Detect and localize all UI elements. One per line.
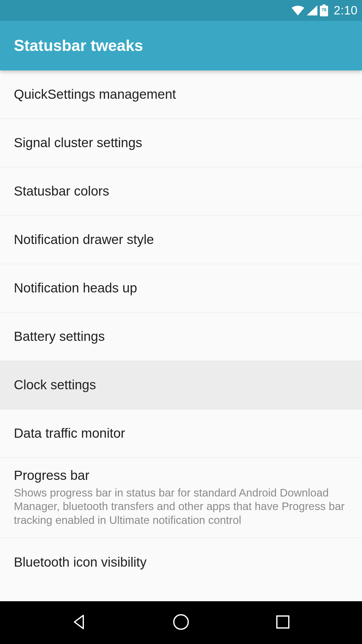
recents-square-icon: [275, 614, 291, 631]
list-item-title: Notification drawer style: [14, 231, 348, 248]
list-item-notification-heads-up[interactable]: Notification heads up: [0, 264, 362, 313]
back-button[interactable]: [68, 611, 90, 634]
list-item-title: Clock settings: [14, 377, 348, 393]
list-item-progress-bar[interactable]: Progress bar Shows progress bar in statu…: [0, 458, 362, 538]
list-item-title: Battery settings: [14, 328, 348, 345]
list-item-title: Notification heads up: [14, 280, 348, 297]
list-item-battery-settings[interactable]: Battery settings: [0, 313, 362, 361]
battery-percent: 76: [320, 7, 328, 12]
back-triangle-icon: [71, 613, 88, 632]
home-circle-icon: [172, 613, 190, 632]
list-item-title: Bluetooth icon visibility: [14, 554, 348, 571]
list-item-data-traffic-monitor[interactable]: Data traffic monitor: [0, 409, 362, 458]
list-item-notification-drawer-style[interactable]: Notification drawer style: [0, 216, 362, 264]
recents-button[interactable]: [272, 611, 294, 634]
svg-rect-3: [277, 616, 289, 628]
app-bar: Statusbar tweaks: [0, 21, 362, 70]
list-item-signal-cluster[interactable]: Signal cluster settings: [0, 119, 362, 167]
status-icons: 76 2:10: [292, 4, 358, 17]
svg-rect-1: [322, 4, 326, 6]
wifi-icon: [292, 5, 304, 15]
screenshot-frame: 76 2:10 Statusbar tweaks QuickSettings m…: [0, 0, 362, 644]
list-item-title: Statusbar colors: [14, 183, 348, 200]
list-item-title: Data traffic monitor: [14, 425, 348, 442]
list-item-quicksettings[interactable]: QuickSettings management: [0, 70, 362, 119]
list-item-statusbar-colors[interactable]: Statusbar colors: [0, 167, 362, 216]
list-item-title: Progress bar: [14, 467, 348, 484]
android-status-bar: 76 2:10: [0, 0, 362, 21]
battery-icon: 76: [320, 4, 328, 16]
cellular-signal-icon: [307, 5, 317, 15]
settings-list: QuickSettings management Signal cluster …: [0, 70, 362, 576]
settings-scroll[interactable]: QuickSettings management Signal cluster …: [0, 70, 362, 601]
svg-point-2: [174, 615, 188, 629]
list-item-title: QuickSettings management: [14, 86, 348, 103]
list-item-title: Signal cluster settings: [14, 135, 348, 151]
page-title: Statusbar tweaks: [14, 36, 143, 55]
list-item-subtitle: Shows progress bar in status bar for sta…: [14, 486, 348, 527]
status-clock: 2:10: [334, 4, 358, 17]
content-area: 76 2:10 Statusbar tweaks QuickSettings m…: [0, 0, 362, 601]
android-navigation-bar: [0, 601, 362, 644]
list-item-clock-settings[interactable]: Clock settings: [0, 361, 362, 409]
home-button[interactable]: [170, 611, 192, 634]
list-item-bluetooth-icon-visibility[interactable]: Bluetooth icon visibility: [0, 538, 362, 576]
device-screen: 76 2:10 Statusbar tweaks QuickSettings m…: [0, 0, 362, 644]
